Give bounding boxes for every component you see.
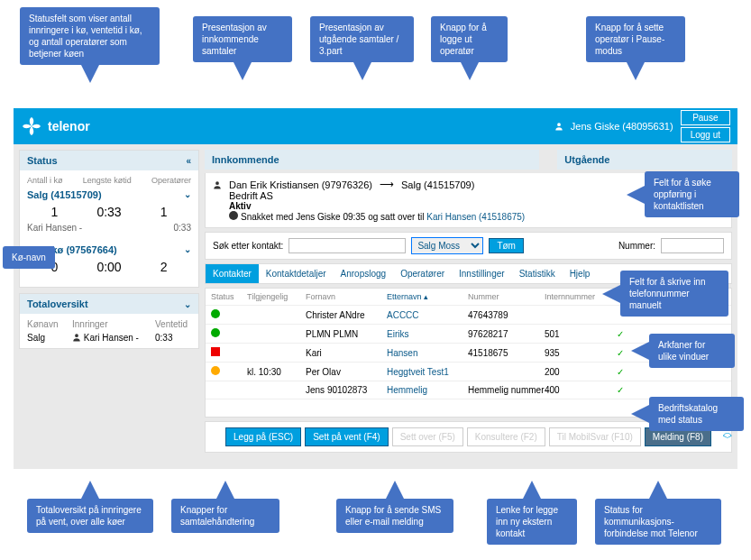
status-dot-orange [211, 366, 220, 375]
q0-caller: Kari Hansen - [27, 223, 82, 233]
chevron-down-icon[interactable]: ⌄ [184, 189, 191, 200]
number-input[interactable] [661, 238, 724, 253]
brand-text: telenor [48, 119, 90, 133]
chevron-down-icon[interactable]: ⌄ [184, 244, 191, 255]
q0-count: 1 [27, 205, 82, 219]
consult-button[interactable]: Konsultere (F2) [467, 427, 545, 446]
q0-oper: 1 [136, 205, 191, 219]
hangup-button[interactable]: Legg på (ESC) [225, 427, 301, 446]
q1-oper: 2 [136, 260, 191, 274]
speech-icon [229, 211, 238, 220]
callout-logout-btn: Knapp for å logge ut operatør [431, 16, 508, 62]
ov-h-innringer: Innringer [72, 319, 155, 329]
ov-vent: 0:33 [155, 333, 191, 343]
ov-h-konavn: Kønavn [27, 319, 72, 329]
th-etternavn[interactable]: Etternavn ▴ [387, 292, 468, 301]
propeller-icon [21, 115, 42, 137]
status-dot-green [211, 309, 220, 318]
pause-button[interactable]: Pause [681, 110, 730, 125]
incoming-person: Dan Erik Kristiansen (97976326) [229, 179, 372, 190]
callout-total-overview: Totaloversikt på innringere på vent, ove… [27, 499, 153, 533]
arrow-icon: ⟶ [380, 179, 394, 190]
queue-0-name[interactable]: Salg (41515709) [27, 189, 102, 200]
q1-time: 0:00 [82, 260, 137, 274]
incoming-dest: Salg (41515709) [401, 179, 474, 190]
tab-hjelp[interactable]: Hjelp [563, 264, 598, 283]
transfer-button[interactable]: Sett over (F5) [392, 427, 463, 446]
search-input[interactable] [288, 238, 406, 253]
ov-h-ventetid: Ventetid [155, 319, 191, 329]
th-fornavn[interactable]: Fornavn [306, 292, 387, 301]
th-status[interactable]: Status [211, 292, 247, 301]
overview-panel: Totaloversikt⌄ Kønavn Innringer Ventetid… [19, 293, 199, 349]
hdr-antall: Antall i kø [27, 176, 63, 185]
tab-innstillinger[interactable]: Innstillinger [452, 264, 512, 283]
innkommende-title: Innkommende [212, 154, 279, 165]
user-icon [554, 121, 563, 132]
logout-button[interactable]: Logg ut [681, 127, 730, 142]
hold-button[interactable]: Sett på vent (F4) [305, 427, 388, 446]
callout-status-field: Statusfelt som viser antall innringere i… [20, 7, 160, 65]
q0-time: 0:33 [82, 205, 137, 219]
callout-outgoing: Presentasjon av utgående samtaler / 3.pa… [310, 16, 414, 62]
tab-kontaktdetaljer[interactable]: Kontaktdetaljer [259, 264, 334, 283]
callout-search-contact: Felt for å søke oppføring i kontaktliste… [645, 171, 739, 217]
tab-statistikk[interactable]: Statistikk [512, 264, 563, 283]
search-label: Søk etter kontakt: [213, 241, 283, 251]
th-nummer[interactable]: Nummer [468, 292, 545, 301]
hdr-lengste: Lengste køtid [83, 176, 132, 185]
callout-send-message: Knapp for å sende SMS eller e-mail meldi… [336, 499, 453, 533]
topbar: telenor Jens Giske (48095631) Pause Logg… [14, 108, 737, 144]
status-dot-green [211, 328, 220, 337]
sort-asc-icon: ▴ [424, 292, 428, 301]
number-label: Nummer: [618, 241, 655, 251]
clear-button[interactable]: Tøm [489, 238, 524, 253]
incoming-talk: Snakket med Jens Giske 09:35 og satt ove… [241, 212, 426, 222]
th-tilgj[interactable]: Tilgjengelig [247, 292, 306, 301]
tab-kontakter[interactable]: Kontakter [206, 264, 259, 283]
callout-call-handling-btns: Knapper for samtalehåndtering [171, 499, 279, 533]
callout-tabs: Arkfaner for ulike vinduer [649, 334, 735, 368]
group-select[interactable]: Salg Moss [411, 237, 483, 254]
incoming-talk-link[interactable]: Kari Hansen (41518675) [426, 212, 525, 222]
callout-pause-btn: Knapp for å sette operatør i Pause-modus [586, 16, 685, 62]
hdr-oper: Operatører [151, 176, 191, 185]
callout-catalog: Bedriftskatalog med status [649, 397, 744, 431]
callout-connection-status: Status for kommunikasjons-forbindelse mo… [595, 499, 721, 545]
ov-inn: Kari Hansen - [72, 333, 155, 343]
overview-title: Totaloversikt [27, 298, 88, 309]
person-icon [213, 179, 222, 190]
search-row: Søk etter kontakt: Salg Moss Tøm Nummer: [205, 232, 732, 260]
callout-queue-name: Kø-navn [3, 246, 55, 269]
callout-new-contact: Lenke for legge inn ny ekstern kontakt [487, 499, 577, 545]
q0-ctid: 0:33 [174, 223, 191, 233]
wifi-icon: ⌔ [723, 429, 732, 445]
callout-incoming: Presentasjon av innkommende samtaler [193, 16, 292, 62]
voicemail-button[interactable]: Til MobilSvar (F10) [549, 427, 641, 446]
utgaende-title: Utgående [564, 154, 609, 165]
tab-anropslogg[interactable]: Anropslogg [334, 264, 394, 283]
collapse-icon[interactable]: « [186, 156, 191, 166]
brand-logo: telenor [21, 115, 90, 137]
user-label: Jens Giske (48095631) [571, 121, 673, 132]
status-title: Status [27, 155, 58, 166]
status-square-red [211, 347, 220, 356]
ov-ko: Salg [27, 333, 72, 343]
chevron-down-icon[interactable]: ⌄ [184, 299, 191, 309]
tab-operatorer[interactable]: Operatører [393, 264, 452, 283]
callout-number-field: Felt for å skrive inn telefonnummer manu… [620, 271, 728, 317]
